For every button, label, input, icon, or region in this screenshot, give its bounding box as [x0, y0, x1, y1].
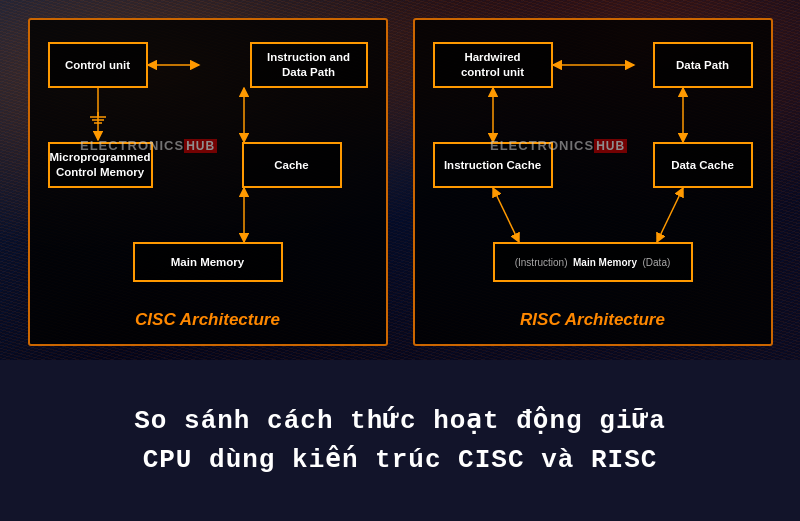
watermark-cisc: ELECTRONICSHUB — [80, 138, 217, 153]
bottom-text: So sánh cách thức hoạt động giữa CPU dùn… — [134, 402, 665, 480]
svg-line-16 — [657, 188, 683, 242]
risc-hardwired-box: Hardwiredcontrol unit — [433, 42, 553, 88]
cisc-cache-box: Cache — [242, 142, 342, 188]
risc-main-memory-box: (Instruction) Main Memory (Data) — [493, 242, 693, 282]
cisc-inner: Control unit Instruction andData Path Mi… — [44, 32, 372, 302]
cisc-instruction-data-box: Instruction andData Path — [250, 42, 368, 88]
diagram-container: Control unit Instruction andData Path Mi… — [0, 0, 800, 356]
svg-line-15 — [493, 188, 519, 242]
cisc-control-unit-box: Control unit — [48, 42, 148, 88]
cisc-label: CISC Architecture — [44, 310, 372, 330]
risc-data-path-box: Data Path — [653, 42, 753, 88]
bottom-line1: So sánh cách thức hoạt động giữa — [134, 402, 665, 441]
risc-label: RISC Architecture — [429, 310, 757, 330]
bottom-line2: CPU dùng kiến trúc CISC và RISC — [134, 441, 665, 480]
bottom-section: So sánh cách thức hoạt động giữa CPU dùn… — [0, 360, 800, 521]
risc-data-cache-box: Data Cache — [653, 142, 753, 188]
watermark-risc: ELECTRONICSHUB — [490, 138, 627, 153]
risc-block: Hardwiredcontrol unit Data Path Instruct… — [413, 18, 773, 346]
cisc-block: Control unit Instruction andData Path Mi… — [28, 18, 388, 346]
cisc-main-memory-box: Main Memory — [133, 242, 283, 282]
top-section: Control unit Instruction andData Path Mi… — [0, 0, 800, 360]
risc-inner: Hardwiredcontrol unit Data Path Instruct… — [429, 32, 757, 302]
